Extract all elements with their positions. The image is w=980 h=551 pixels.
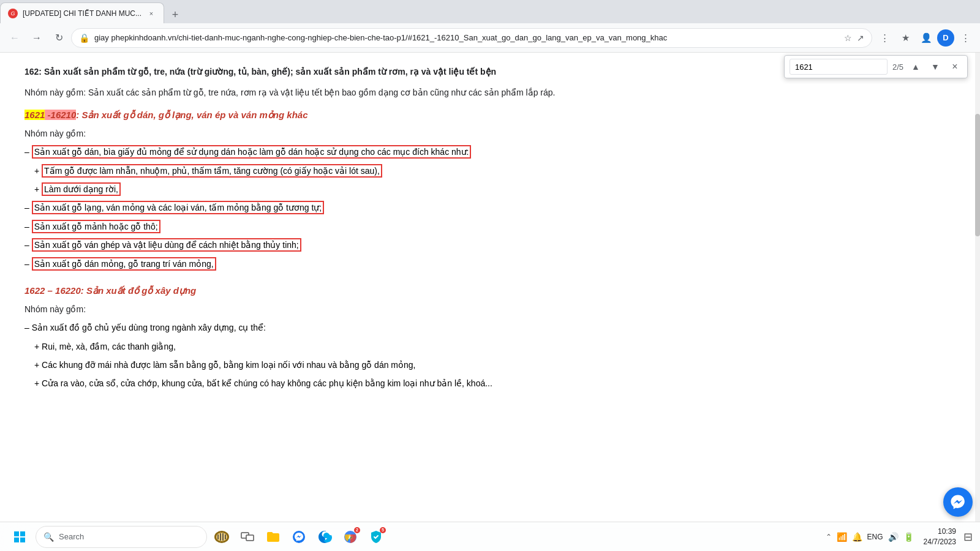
scrollbar-thumb[interactable] (975, 114, 980, 236)
item-prefix: + (34, 184, 42, 194)
content-area: 2/5 ▲ ▼ × 162: Sản xuất sản phẩm từ gỗ, … (0, 53, 980, 522)
search-placeholder-text: Search (59, 532, 84, 541)
item-text: Làm dưới dạng rời, (42, 182, 121, 196)
address-bar[interactable]: 🔒 giay phepkinhdoanh.vn/chi-tiet-danh-mu… (71, 28, 872, 48)
profile-button[interactable]: D (937, 29, 954, 47)
find-input[interactable] (790, 59, 888, 75)
start-button[interactable] (7, 525, 32, 549)
back-button[interactable]: ← (5, 28, 24, 48)
list-item: – Sản xuất gỗ dán, bìa giấy đủ mỏng để s… (24, 145, 951, 159)
item-prefix: – (24, 147, 32, 157)
item-text: Rui, mè, xà, đầm, các thanh giằng, (42, 342, 176, 351)
bookmark-icon[interactable]: ☆ (844, 33, 852, 43)
taskbar-app-messenger[interactable] (288, 526, 310, 548)
tab-title: [UPDATED] CHI TIẾT DANH MUC... (23, 9, 141, 18)
taskbar-clock[interactable]: 10:39 24/7/2023 (924, 527, 956, 547)
svg-rect-11 (246, 535, 254, 541)
section2-heading: 1622 – 16220: Sản xuất đồ gỗ xây dựng (24, 285, 951, 296)
taskbar-app-folder[interactable] (262, 526, 284, 548)
language-label[interactable]: ENG (867, 533, 883, 541)
windows-icon (13, 531, 26, 543)
lock-icon: 🔒 (79, 33, 89, 43)
taskbar-app-defender[interactable]: 5 (365, 526, 387, 548)
find-close-button[interactable]: × (948, 59, 962, 74)
find-bar: 2/5 ▲ ▼ × (784, 55, 968, 78)
section2-group-intro: Nhóm này gồm: (24, 302, 951, 316)
volume-icon[interactable]: 🔊 (888, 532, 899, 542)
svg-rect-2 (14, 538, 19, 542)
taskbar: 🔍 Search (0, 522, 980, 551)
item-prefix: – (24, 259, 32, 269)
list-item: + Cửa ra vào, cửa sổ, cửa chớp, khung cử… (34, 377, 951, 390)
list-item: – Sản xuất đồ gỗ chủ yếu dùng trong ngàn… (24, 321, 951, 334)
taskbar-app-edge[interactable] (314, 526, 336, 548)
find-prev-button[interactable]: ▲ (908, 59, 923, 74)
battery-icon[interactable]: 🔋 (903, 532, 914, 542)
chevron-up-icon[interactable]: ⌃ (826, 533, 832, 541)
active-tab[interactable]: G [UPDATED] CHI TIẾT DANH MUC... × (0, 2, 164, 23)
extensions-button[interactable]: ⋮ (875, 28, 894, 48)
page-content: 2/5 ▲ ▼ × 162: Sản xuất sản phẩm từ gỗ, … (0, 53, 975, 522)
new-tab-button[interactable]: + (167, 6, 184, 23)
item-text: Sản xuất gỗ ván ghép và vật liệu dùng để… (32, 238, 301, 252)
list-item: + Rui, mè, xà, đầm, các thanh giằng, (34, 340, 951, 353)
section2-items: – Sản xuất đồ gỗ chủ yếu dùng trong ngàn… (24, 321, 951, 391)
item-prefix: + (34, 360, 42, 370)
forward-button[interactable]: → (27, 28, 47, 48)
section1-heading-prefix: 1621 (24, 110, 45, 120)
svg-rect-3 (20, 538, 25, 542)
section1-heading: 1621 -16210: Sản xuất gỗ dán, gỗ lạng, v… (24, 110, 951, 121)
browser-window: G [UPDATED] CHI TIẾT DANH MUC... × + ← →… (0, 0, 980, 551)
edge-icon (317, 530, 332, 544)
chrome-badge: 2 (354, 527, 360, 533)
section1-heading-suffix: : Sản xuất gỗ dán, gỗ lạng, ván ép và vá… (76, 110, 307, 120)
item-text: Các khung đỡ mái nhà được làm sẵn bằng g… (42, 360, 415, 370)
item-text: Sản xuất gỗ dán mỏng, gỗ trang trí ván m… (32, 257, 216, 271)
item-prefix: + (34, 166, 42, 176)
bookmark-bar-icon[interactable]: ★ (895, 28, 915, 48)
tab-close-button[interactable]: × (146, 9, 156, 18)
item-text: Sản xuất gỗ mảnh hoặc gỗ thô; (32, 220, 160, 233)
taskbar-app-taskview[interactable] (236, 526, 258, 548)
messenger-fab-icon (950, 494, 966, 510)
scrollbar[interactable] (975, 53, 980, 522)
folder-icon (266, 530, 281, 544)
clock-time: 10:39 (924, 527, 956, 537)
search-icon: 🔍 (43, 532, 54, 542)
item-text: Sản xuất gỗ dán, bìa giấy đủ mỏng để sử … (32, 145, 472, 159)
item-prefix: + (34, 342, 42, 351)
find-count: 2/5 (892, 62, 903, 72)
list-item: – Sản xuất gỗ dán mỏng, gỗ trang trí ván… (24, 257, 951, 271)
clock-date: 24/7/2023 (924, 537, 956, 547)
item-text: Sản xuất đồ gỗ chủ yếu dùng trong ngành … (32, 323, 266, 332)
find-next-button[interactable]: ▼ (928, 59, 943, 74)
item-prefix: – (24, 222, 32, 231)
intro-text: Nhóm này gồm: Sản xuất các sản phẩm từ g… (24, 86, 951, 99)
item-text: Cửa ra vào, cửa sổ, cửa chớp, khung cửa,… (42, 378, 492, 388)
messenger-fab-button[interactable] (943, 487, 973, 517)
zebra-icon (213, 528, 230, 545)
taskview-notify-icon[interactable]: 🔔 (852, 532, 862, 542)
item-prefix: – (24, 203, 32, 212)
messenger-taskbar-icon (292, 530, 306, 544)
toolbar-actions: ⋮ ★ 👤 D ⋮ (875, 28, 975, 48)
share-icon[interactable]: ↗ (857, 33, 864, 43)
list-item: + Các khung đỡ mái nhà được làm sẵn bằng… (34, 358, 951, 372)
reload-button[interactable]: ↻ (49, 28, 69, 48)
item-prefix: – (24, 240, 32, 250)
notification-center-icon[interactable]: ⊟ (963, 530, 973, 544)
list-item: + Tấm gỗ được làm nhẵn, nhuộm, phủ, thấm… (34, 164, 951, 178)
svg-rect-0 (14, 531, 19, 536)
taskbar-app-zebra[interactable] (211, 526, 233, 548)
menu-button[interactable]: ⋮ (956, 28, 975, 48)
item-prefix: + (34, 378, 42, 388)
taskbar-app-chrome[interactable]: 2 (339, 526, 361, 548)
taskbar-sys-icons: ⌃ 📶 🔔 ENG 🔊 🔋 (821, 526, 919, 548)
taskbar-search[interactable]: 🔍 Search (36, 526, 207, 548)
network-icon[interactable]: 📶 (837, 532, 847, 542)
svg-rect-1 (20, 531, 25, 536)
profiles-icon[interactable]: 👤 (916, 28, 936, 48)
list-item: – Sản xuất gỗ lạng, ván mỏng và các loại… (24, 201, 951, 214)
tab-favicon: G (8, 9, 18, 18)
url-text: giay phepkinhdoanh.vn/chi-tiet-danh-muc-… (94, 33, 839, 42)
